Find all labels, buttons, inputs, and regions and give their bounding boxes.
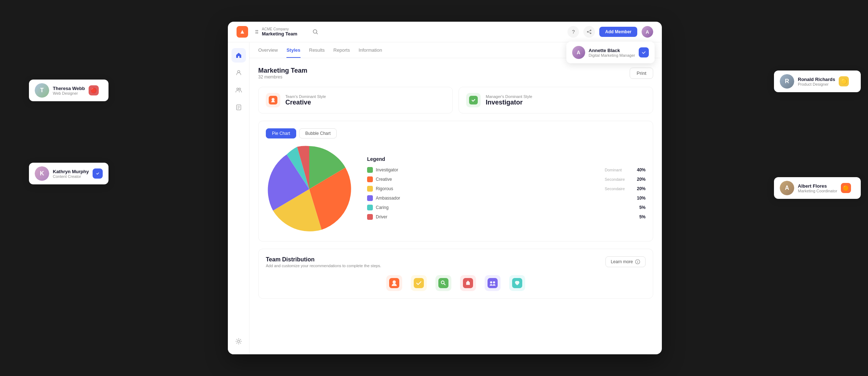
floating-card-theresa: T Theresa Webb Web Designer 🔴 bbox=[29, 80, 109, 101]
legend-pct-rigorous: 20% bbox=[633, 186, 646, 191]
dist-icon-ambassador bbox=[485, 275, 501, 291]
distribution-header: Team Distribution Add and customize your… bbox=[266, 256, 646, 268]
popup-user-role: Digital Marketing Manager bbox=[589, 53, 635, 57]
user-popup: A Annette Black Digital Marketing Manage… bbox=[566, 42, 655, 63]
card-badge-albert: 🟠 bbox=[841, 183, 851, 193]
legend-pct-caring: 5% bbox=[633, 205, 646, 210]
chart-legend: Legend Investigator Dominant 40% Creativ… bbox=[367, 156, 646, 223]
tab-reports[interactable]: Reports bbox=[333, 47, 350, 58]
card-role-kathryn: Content Creator bbox=[53, 174, 89, 179]
svg-rect-27 bbox=[438, 278, 448, 288]
tab-information[interactable]: Information bbox=[358, 47, 382, 58]
svg-point-31 bbox=[490, 281, 492, 283]
distribution-icons bbox=[266, 275, 646, 291]
legend-pct-investigator: 40% bbox=[633, 167, 646, 172]
svg-line-10 bbox=[588, 31, 590, 31]
card-name-ronald: Ronald Richards bbox=[798, 77, 835, 82]
svg-point-9 bbox=[590, 33, 591, 34]
tab-overview[interactable]: Overview bbox=[258, 47, 278, 58]
popup-user-badge bbox=[639, 47, 649, 57]
legend-name-driver: Driver bbox=[376, 214, 602, 219]
card-badge-ronald: 🟡 bbox=[839, 76, 849, 86]
legend-item-ambassador: Ambassador 10% bbox=[367, 195, 646, 201]
svg-point-8 bbox=[590, 30, 591, 31]
legend-color-investigator bbox=[367, 167, 373, 173]
svg-point-32 bbox=[493, 281, 495, 283]
chart-content: Legend Investigator Dominant 40% Creativ… bbox=[266, 146, 646, 234]
sidebar-item-reports[interactable] bbox=[231, 100, 246, 115]
legend-pct-driver: 5% bbox=[633, 214, 646, 219]
chart-tabs: Pie Chart Bubble Chart bbox=[266, 128, 646, 138]
card-name-albert: Albert Flores bbox=[798, 183, 837, 189]
manager-style-card: Manager's Dominant Style Investigator bbox=[459, 87, 653, 114]
pie-svg bbox=[266, 146, 353, 232]
learn-more-button[interactable]: Learn more bbox=[605, 256, 646, 267]
team-header: Marketing Team 32 membres Print bbox=[258, 67, 653, 80]
legend-item-investigator: Investigator Dominant 40% bbox=[367, 167, 646, 173]
popup-user-avatar: A bbox=[572, 46, 585, 59]
legend-item-creative: Creative Secondaire 20% bbox=[367, 176, 646, 182]
legend-color-ambassador bbox=[367, 195, 373, 201]
pie-chart bbox=[266, 146, 353, 234]
sidebar-item-users[interactable] bbox=[231, 65, 246, 80]
pie-chart-tab[interactable]: Pie Chart bbox=[266, 128, 296, 138]
page-title: Marketing Team bbox=[258, 67, 307, 74]
chart-section: Pie Chart Bubble Chart bbox=[258, 121, 653, 242]
svg-rect-26 bbox=[414, 278, 424, 288]
floating-card-kathryn: K Kathryn Murphy Content Creator bbox=[29, 163, 109, 184]
info-icon bbox=[635, 259, 640, 264]
svg-point-19 bbox=[238, 340, 240, 342]
svg-rect-22 bbox=[469, 96, 478, 104]
app-logo bbox=[237, 26, 248, 38]
legend-color-rigorous bbox=[367, 186, 373, 192]
share-button[interactable] bbox=[583, 26, 595, 38]
bubble-chart-tab[interactable]: Bubble Chart bbox=[299, 128, 337, 138]
floating-card-ronald: R Ronald Richards Product Designer 🟡 bbox=[774, 70, 861, 92]
legend-title: Legend bbox=[367, 156, 646, 162]
team-style-icon bbox=[266, 93, 280, 107]
svg-point-7 bbox=[587, 31, 588, 33]
team-style-value: Creative bbox=[285, 99, 326, 106]
header-actions: ? Add Member A bbox=[567, 26, 653, 38]
sidebar-item-settings[interactable] bbox=[231, 334, 246, 349]
team-style-card: Team's Dominant Style Creative bbox=[258, 87, 453, 114]
distribution-subtitle: Add and customize your recommendations t… bbox=[266, 264, 381, 268]
legend-name-caring: Caring bbox=[376, 205, 602, 210]
learn-more-label: Learn more bbox=[611, 259, 633, 264]
current-user-avatar[interactable]: A bbox=[642, 26, 653, 38]
search-button[interactable] bbox=[310, 27, 320, 37]
sidebar-item-teams[interactable] bbox=[231, 83, 246, 97]
svg-point-14 bbox=[239, 88, 241, 90]
avatar-albert: A bbox=[780, 181, 794, 195]
dist-icon-caring bbox=[509, 275, 525, 291]
svg-point-3 bbox=[257, 30, 258, 31]
svg-point-13 bbox=[237, 88, 238, 90]
main-content-area: Overview Styles Results Reports Informat… bbox=[250, 42, 662, 354]
svg-rect-30 bbox=[488, 278, 498, 288]
legend-name-rigorous: Rigorous bbox=[376, 186, 602, 191]
legend-color-driver bbox=[367, 214, 373, 220]
legend-name-ambassador: Ambassador bbox=[376, 196, 602, 201]
card-role-theresa: Web Designer bbox=[53, 91, 85, 95]
legend-name-investigator: Investigator bbox=[376, 167, 602, 172]
avatar-kathryn: K bbox=[35, 166, 49, 181]
help-button[interactable]: ? bbox=[567, 26, 579, 38]
legend-type-investigator: Dominant bbox=[605, 168, 630, 172]
manager-style-label: Manager's Dominant Style bbox=[486, 94, 532, 99]
tab-results[interactable]: Results bbox=[309, 47, 325, 58]
print-button[interactable]: Print bbox=[630, 68, 653, 79]
legend-color-caring bbox=[367, 205, 373, 210]
sidebar-item-home[interactable] bbox=[231, 48, 246, 63]
svg-point-4 bbox=[255, 32, 257, 34]
company-name: ACME Company bbox=[262, 27, 297, 31]
scrollable-content: Marketing Team 32 membres Print bbox=[250, 58, 662, 354]
tab-styles[interactable]: Styles bbox=[286, 47, 300, 58]
add-member-button[interactable]: Add Member bbox=[599, 27, 637, 37]
svg-point-21 bbox=[272, 98, 275, 101]
team-style-label: Team's Dominant Style bbox=[285, 94, 326, 99]
popup-user-name: Annette Black bbox=[589, 48, 635, 53]
svg-point-2 bbox=[255, 30, 257, 31]
manager-style-value: Investigator bbox=[486, 99, 532, 106]
svg-line-11 bbox=[588, 32, 590, 33]
card-role-ronald: Product Designer bbox=[798, 82, 835, 86]
